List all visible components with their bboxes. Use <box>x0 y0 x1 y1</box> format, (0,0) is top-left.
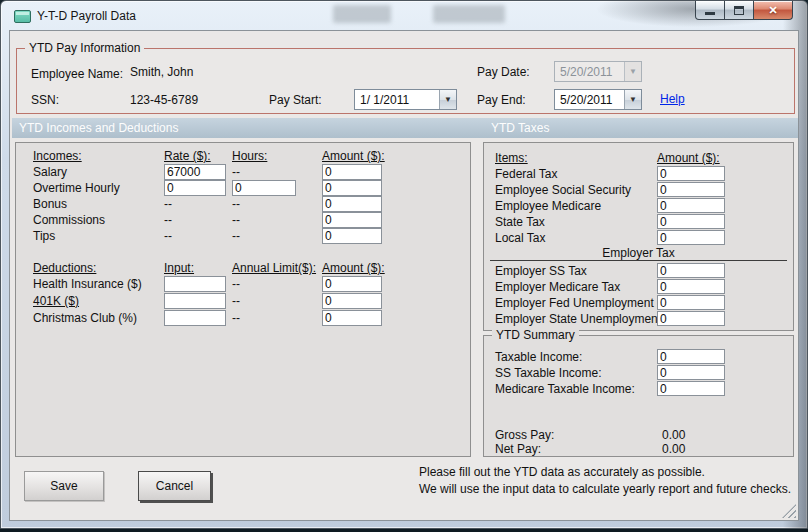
incomes-col-header: Incomes: <box>33 149 82 163</box>
dialog-client-area: YTD Pay Information Employee Name: Smith… <box>9 30 799 521</box>
incomes-deductions-panel: Incomes: Rate ($): Hours: Amount ($): Sa… <box>15 142 471 457</box>
chevron-down-icon: ▼ <box>624 62 641 81</box>
pay-info-group-title: YTD Pay Information <box>25 41 144 55</box>
christmas-club-limit-dash: -- <box>232 311 240 325</box>
chevron-down-icon[interactable]: ▼ <box>439 90 456 109</box>
employee-name-value: Smith, John <box>130 65 193 79</box>
tax-row-label: Employee Social Security <box>495 183 631 197</box>
employer-tax-divider <box>490 260 787 261</box>
tax-row-label: Local Tax <box>495 231 545 245</box>
taxes-panel: Items: Amount ($): Federal Tax Employee … <box>483 142 794 331</box>
tax-amount-col-header: Amount ($): <box>657 151 720 165</box>
christmas-club-input[interactable] <box>164 310 226 326</box>
employee-ss-input[interactable] <box>657 182 725 197</box>
christmas-club-amount-input[interactable] <box>322 310 382 326</box>
ytd-summary-panel: YTD Summary Taxable Income: SS Taxable I… <box>483 335 794 457</box>
commissions-rate-dash: -- <box>164 213 172 227</box>
input-col-header: Input: <box>164 261 194 275</box>
401k-amount-input[interactable] <box>322 293 382 309</box>
pay-end-combobox[interactable]: 5/20/2011 ▼ <box>554 89 642 110</box>
income-row-label: Bonus <box>33 197 67 211</box>
local-tax-input[interactable] <box>657 230 725 245</box>
net-pay-label: Net Pay: <box>495 442 541 456</box>
overtime-rate-input[interactable] <box>164 180 226 196</box>
employer-ss-input[interactable] <box>657 263 725 278</box>
bonus-rate-dash: -- <box>164 197 172 211</box>
glass-artifact <box>433 5 505 23</box>
health-insurance-input[interactable] <box>164 276 226 292</box>
minimize-icon <box>705 6 715 15</box>
bonus-hours-dash: -- <box>232 197 240 211</box>
deductions-col-header: Deductions: <box>33 261 96 275</box>
pay-start-combobox[interactable]: 1/ 1/2011 ▼ <box>354 89 457 110</box>
deduction-row-label: Health Insurance ($) <box>33 277 142 291</box>
ssn-value: 123-45-6789 <box>130 93 198 107</box>
rate-col-header: Rate ($): <box>164 149 211 163</box>
amount-col-header: Amount ($): <box>322 149 385 163</box>
pay-start-label: Pay Start: <box>269 93 322 107</box>
income-row-label: Overtime Hourly <box>33 181 120 195</box>
minimize-button[interactable] <box>695 1 725 20</box>
deduction-row-label: Christmas Club (%) <box>33 311 137 325</box>
payroll-dialog-window: Y-T-D Payroll Data ✕ YTD Pay Information… <box>0 0 808 529</box>
ytd-summary-title: YTD Summary <box>492 328 579 342</box>
summary-row-label: Taxable Income: <box>495 350 582 364</box>
pay-start-value: 1/ 1/2011 <box>355 93 439 107</box>
overtime-amount-input[interactable] <box>322 180 382 196</box>
net-pay-value: 0.00 <box>662 442 685 456</box>
employee-name-label: Employee Name: <box>31 67 123 81</box>
commissions-amount-input[interactable] <box>322 212 382 228</box>
caption-buttons: ✕ <box>696 1 793 20</box>
maximize-icon <box>734 6 744 15</box>
app-icon <box>14 10 31 23</box>
overtime-hours-input[interactable] <box>232 180 296 196</box>
ss-taxable-income-input[interactable] <box>657 365 725 380</box>
glass-artifact <box>333 5 391 23</box>
salary-amount-input[interactable] <box>322 164 382 180</box>
window-title: Y-T-D Payroll Data <box>37 9 136 23</box>
summary-row-label: Medicare Taxable Income: <box>495 382 635 396</box>
cancel-button[interactable]: Cancel <box>138 471 211 501</box>
maximize-button[interactable] <box>724 1 754 20</box>
save-button[interactable]: Save <box>24 471 104 501</box>
annual-limit-col-header: Annual Limit($): <box>232 261 316 275</box>
tax-row-label: Employer Fed Unemployment <box>495 296 654 310</box>
employer-fed-unemployment-input[interactable] <box>657 295 725 310</box>
employee-medicare-input[interactable] <box>657 198 725 213</box>
income-row-label: Tips <box>33 229 55 243</box>
bonus-amount-input[interactable] <box>322 196 382 212</box>
resize-grip[interactable] <box>782 504 796 518</box>
tips-rate-dash: -- <box>164 229 172 243</box>
title-bar[interactable]: Y-T-D Payroll Data ✕ <box>1 1 807 30</box>
hours-col-header: Hours: <box>232 149 267 163</box>
help-link[interactable]: Help <box>660 92 685 106</box>
salary-rate-input[interactable] <box>164 164 226 180</box>
federal-tax-input[interactable] <box>657 166 725 181</box>
state-tax-input[interactable] <box>657 214 725 229</box>
401k-input[interactable] <box>164 293 226 309</box>
income-row-label: Salary <box>33 165 67 179</box>
income-row-label: Commissions <box>33 213 105 227</box>
tax-row-label: Employer State Unemployment <box>495 312 661 326</box>
health-insurance-limit-dash: -- <box>232 277 240 291</box>
close-button[interactable]: ✕ <box>753 1 793 20</box>
health-insurance-amount-input[interactable] <box>322 276 382 292</box>
medicare-taxable-income-input[interactable] <box>657 381 725 396</box>
gross-pay-value: 0.00 <box>662 428 685 442</box>
pay-date-combobox: 5/20/2011 ▼ <box>554 61 642 82</box>
pay-date-value: 5/20/2011 <box>555 65 624 79</box>
taxes-section-header: YTD Taxes <box>491 121 549 135</box>
401k-limit-dash: -- <box>232 294 240 308</box>
employer-state-unemployment-input[interactable] <box>657 311 725 326</box>
summary-row-label: SS Taxable Income: <box>495 366 602 380</box>
employer-medicare-input[interactable] <box>657 279 725 294</box>
tax-row-label: Employee Medicare <box>495 199 601 213</box>
items-col-header: Items: <box>495 151 528 165</box>
salary-hours-dash: -- <box>232 165 240 179</box>
taxable-income-input[interactable] <box>657 349 725 364</box>
deduction-amount-col-header: Amount ($): <box>322 261 385 275</box>
tips-amount-input[interactable] <box>322 228 382 244</box>
chevron-down-icon[interactable]: ▼ <box>624 90 641 109</box>
pay-end-value: 5/20/2011 <box>555 93 624 107</box>
ssn-label: SSN: <box>31 93 59 107</box>
